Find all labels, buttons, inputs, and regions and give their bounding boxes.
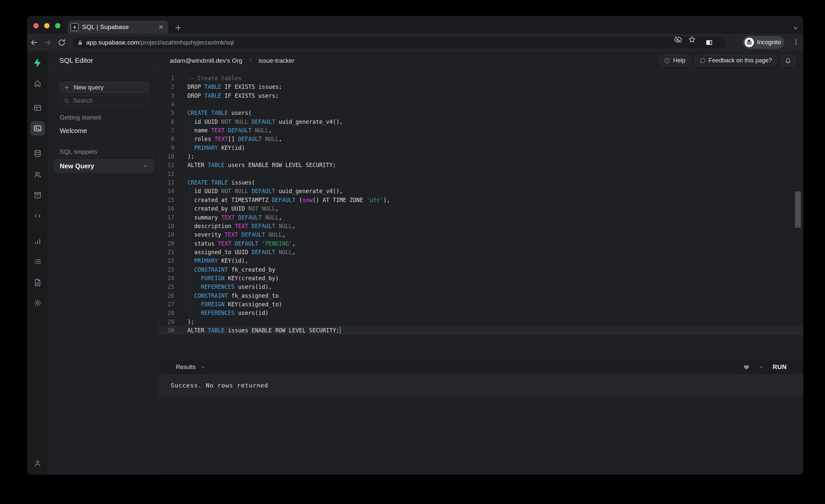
code-line[interactable]: 27 FOREIGN KEY(assigned_to) (159, 300, 803, 309)
code-line[interactable]: 3DROP TABLE IF EXISTS users; (159, 91, 803, 100)
code-line[interactable]: 14 id UUID NOT NULL DEFAULT uuid_generat… (159, 187, 803, 195)
sql-code-editor[interactable]: 1-- Create tables2DROP TABLE IF EXISTS i… (159, 70, 803, 360)
results-actions: RUN (743, 363, 787, 371)
code-line[interactable]: 18 description TEXT DEFAULT NULL, (159, 222, 803, 230)
code-line[interactable]: 7 name TEXT DEFAULT NULL, (159, 126, 803, 135)
breadcrumb: adam@windmill.dev's Org / issue-tracker (170, 57, 294, 64)
incognito-badge[interactable]: Incognito (743, 36, 784, 49)
window-close-button[interactable] (33, 23, 39, 28)
new-query-button[interactable]: New query (60, 82, 149, 93)
code-line[interactable]: 26 CONSTRAINT fk_assigned_to (159, 291, 803, 300)
side-panel-icon[interactable] (705, 38, 714, 47)
code-text: FOREIGN KEY(created_by) (188, 274, 279, 283)
code-text: PRIMARY KEY(id), (188, 257, 248, 265)
docs-icon[interactable] (33, 278, 42, 287)
notifications-button[interactable] (780, 55, 795, 66)
search-box[interactable] (60, 95, 149, 106)
chevron-down-icon[interactable] (792, 24, 799, 32)
code-line[interactable]: 1-- Create tables (159, 74, 803, 82)
reload-icon[interactable] (57, 38, 66, 47)
plus-icon[interactable] (174, 24, 182, 32)
code-line[interactable]: 28 REFERENCES users(id) (159, 309, 803, 317)
code-line[interactable]: 9 PRIMARY KEY(id) (159, 144, 803, 152)
three-dots-icon[interactable] (792, 38, 800, 47)
line-number: 19 (159, 230, 174, 239)
rail-divider (32, 96, 44, 96)
code-line[interactable]: 25 REFERENCES users(id), (159, 283, 803, 291)
code-line[interactable]: 8 roles TEXT[] DEFAULT NULL, (159, 135, 803, 143)
url-bar[interactable]: app.supabase.com/project/azahtnhqohyjerz… (73, 37, 726, 49)
code-line[interactable]: 11ALTER TABLE users ENABLE ROW LEVEL SEC… (159, 161, 803, 169)
arrow-right-icon[interactable] (44, 38, 52, 47)
browser-tab[interactable]: SQL | Supabase (68, 20, 168, 34)
code-line[interactable]: 2DROP TABLE IF EXISTS issues; (159, 82, 803, 91)
line-number: 4 (159, 100, 174, 109)
run-button[interactable]: RUN (772, 363, 787, 371)
chevron-down-icon (143, 163, 149, 169)
page-title: SQL Editor (59, 57, 93, 64)
code-line[interactable]: 29); (159, 317, 803, 326)
code-line[interactable]: 19 severity TEXT DEFAULT NULL, (159, 230, 803, 239)
sidebar-item-label: New Query (60, 162, 94, 170)
auth-users-icon[interactable] (33, 170, 42, 179)
chevron-down-icon[interactable] (200, 364, 206, 370)
database-icon[interactable] (33, 149, 42, 158)
feedback-button[interactable]: Feedback on this page? (694, 55, 777, 66)
window-zoom-button[interactable] (55, 23, 60, 28)
code-line[interactable]: 15 created_at TIMESTAMPTZ DEFAULT (now()… (159, 196, 803, 204)
code-line[interactable]: 23 CONSTRAINT fk_created_by (159, 265, 803, 274)
chevron-down-icon[interactable] (759, 364, 764, 370)
rail-item-sql-editor[interactable] (30, 121, 45, 136)
settings-gear-icon[interactable] (33, 299, 42, 307)
storage-icon[interactable] (33, 191, 42, 199)
breadcrumb-org[interactable]: adam@windmill.dev's Org (170, 57, 242, 64)
code-line[interactable]: 5CREATE TABLE users( (159, 109, 803, 117)
line-number: 26 (159, 291, 174, 300)
code-text: id UUID NOT NULL DEFAULT uuid_generate_v… (188, 118, 343, 126)
code-line[interactable]: 17 summary TEXT DEFAULT NULL, (159, 213, 803, 222)
edge-functions-icon[interactable] (33, 212, 42, 220)
line-number: 18 (159, 222, 174, 230)
incognito-label: Incognito (757, 39, 781, 46)
line-number: 6 (159, 118, 174, 126)
logs-icon[interactable] (33, 257, 42, 266)
code-line[interactable]: 21 assigned_to UUID DEFAULT NULL, (159, 248, 803, 257)
code-line[interactable]: 10); (159, 152, 803, 161)
arrow-left-icon[interactable] (30, 38, 38, 47)
search-input[interactable] (73, 97, 139, 104)
line-number: 3 (159, 91, 174, 100)
lock-icon[interactable] (77, 39, 83, 46)
code-line[interactable]: 16 created_by UUID NOT NULL, (159, 204, 803, 213)
search-icon (64, 98, 70, 103)
code-line[interactable]: 4 (159, 100, 803, 109)
code-text: severity TEXT DEFAULT NULL, (188, 230, 286, 239)
code-text: created_at TIMESTAMPTZ DEFAULT (now() AT… (188, 196, 390, 204)
code-line[interactable]: 6 id UUID NOT NULL DEFAULT uuid_generate… (159, 118, 803, 126)
code-text: assigned_to UUID DEFAULT NULL, (188, 248, 296, 257)
close-icon[interactable] (158, 24, 164, 30)
heart-icon[interactable] (743, 363, 750, 371)
help-button[interactable]: ? Help (658, 55, 691, 66)
account-icon[interactable] (33, 459, 42, 468)
code-line[interactable]: 22 PRIMARY KEY(id), (159, 257, 803, 265)
table-editor-icon[interactable] (33, 103, 42, 112)
code-line[interactable]: 12 (159, 170, 803, 178)
window-minimize-button[interactable] (44, 23, 50, 28)
code-line[interactable]: 20 status TEXT DEFAULT 'PENDING', (159, 239, 803, 248)
breadcrumb-project[interactable]: issue-tracker (258, 57, 294, 64)
code-line[interactable]: 13CREATE TABLE issues( (159, 178, 803, 187)
code-line[interactable]: 24 FOREIGN KEY(created_by) (159, 274, 803, 283)
sidebar-item-welcome[interactable]: Welcome (60, 127, 87, 135)
help-icon: ? (664, 57, 671, 64)
home-icon[interactable] (33, 79, 42, 88)
supabase-logo-icon[interactable] (33, 58, 42, 67)
star-icon[interactable] (688, 35, 696, 44)
browser-window: SQL | Supabase app.supabase.com/project/… (27, 16, 803, 475)
scrollbar-thumb[interactable] (795, 192, 801, 228)
results-dropdown-label[interactable]: Results (176, 364, 196, 371)
sidebar-item-new-query[interactable]: New Query (54, 159, 154, 173)
code-line[interactable]: 30ALTER TABLE issues ENABLE ROW LEVEL SE… (159, 326, 803, 335)
reports-icon[interactable] (33, 237, 42, 245)
eye-off-icon[interactable] (674, 35, 682, 44)
line-number: 10 (159, 152, 174, 161)
